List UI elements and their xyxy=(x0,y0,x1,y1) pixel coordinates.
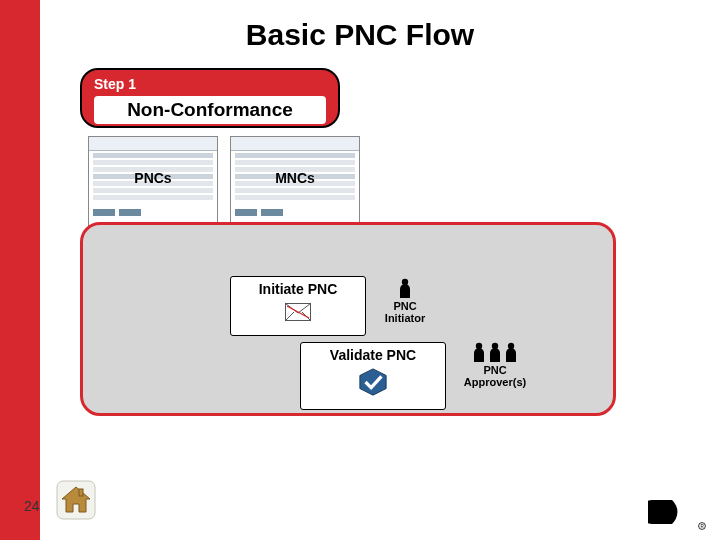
cummins-logo-icon: R xyxy=(648,486,706,532)
step-number-label: Step 1 xyxy=(94,76,136,92)
validate-pnc-node: Validate PNC xyxy=(300,342,446,410)
validate-pnc-label: Validate PNC xyxy=(330,347,416,363)
home-button[interactable] xyxy=(56,480,96,520)
slide: Basic PNC Flow Step 1 Non-Conformance PN… xyxy=(0,0,720,540)
svg-marker-3 xyxy=(360,369,386,395)
svg-rect-9 xyxy=(79,489,83,496)
step-header-box: Step 1 Non-Conformance xyxy=(80,68,340,128)
actor-approvers-label: PNC Approver(s) xyxy=(450,364,540,388)
step-title: Non-Conformance xyxy=(94,96,326,124)
page-number: 24 xyxy=(24,498,40,514)
home-icon xyxy=(56,480,96,520)
actor-pnc-initiator: PNC Initiator xyxy=(370,278,440,324)
check-badge-icon xyxy=(354,367,392,397)
actor-pnc-approvers: PNC Approver(s) xyxy=(450,342,540,388)
initiate-pnc-label: Initiate PNC xyxy=(259,281,338,297)
thumbnail-caption-mncs: MNCs xyxy=(230,170,360,186)
people-icon xyxy=(450,342,540,362)
envelope-icon xyxy=(285,303,311,321)
initiate-pnc-node: Initiate PNC xyxy=(230,276,366,336)
person-icon xyxy=(370,278,440,298)
actor-initiator-label: PNC Initiator xyxy=(370,300,440,324)
page-title: Basic PNC Flow xyxy=(0,18,720,52)
thumbnail-caption-pncs: PNCs xyxy=(88,170,218,186)
brand-side-bar xyxy=(0,0,40,540)
